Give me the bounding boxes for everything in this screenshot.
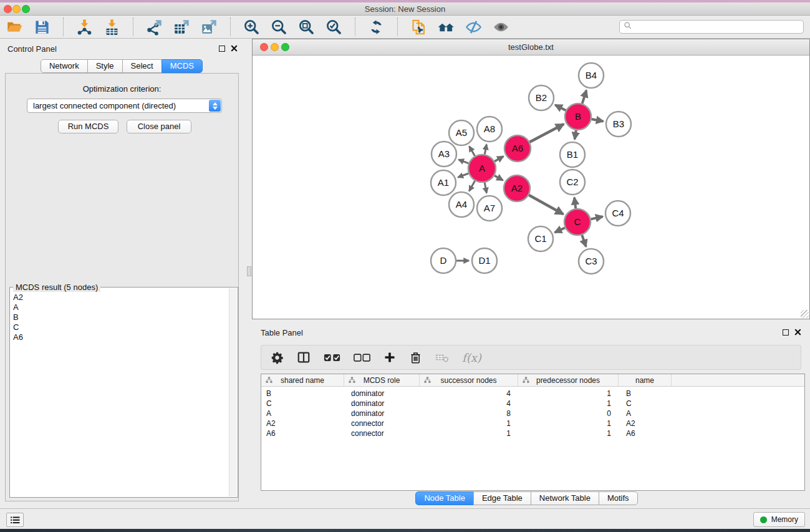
minimize-window-button[interactable] — [12, 5, 21, 13]
graph-node-A7[interactable]: A7 — [477, 196, 502, 221]
graph-node-A[interactable]: A — [468, 155, 496, 182]
edge-A-A5[interactable] — [470, 147, 475, 157]
hide-eye-icon[interactable] — [465, 19, 482, 36]
edge-B-B1[interactable] — [575, 130, 576, 140]
graph-node-B[interactable]: B — [565, 104, 591, 130]
export-network-icon[interactable] — [146, 19, 163, 36]
edge-A-A4[interactable] — [469, 181, 475, 191]
graph-node-A3[interactable]: A3 — [432, 142, 456, 167]
column-header-shared-name[interactable]: shared name — [261, 374, 344, 386]
graph-node-A4[interactable]: A4 — [449, 192, 474, 217]
refresh-icon[interactable] — [368, 19, 385, 36]
column-header-name[interactable]: name — [619, 374, 672, 386]
graph-node-C4[interactable]: C4 — [605, 201, 630, 226]
export-table-icon[interactable] — [173, 19, 190, 36]
graph-node-B4[interactable]: B4 — [579, 63, 604, 88]
resize-grip-icon[interactable] — [801, 310, 809, 318]
mcds-result-item[interactable]: B — [11, 312, 228, 322]
zoom-window-button[interactable] — [22, 5, 30, 13]
import-table-icon[interactable] — [104, 19, 120, 36]
zoom-fit-icon[interactable] — [298, 19, 315, 36]
add-column-icon[interactable] — [383, 351, 396, 364]
task-history-button[interactable] — [6, 513, 24, 527]
close-panel-icon[interactable] — [231, 45, 238, 52]
tab-network-table[interactable]: Network Table — [531, 491, 599, 505]
graph-node-D[interactable]: D — [431, 248, 456, 273]
zoom-in-icon[interactable] — [243, 19, 260, 36]
edge-A2-C[interactable] — [529, 195, 563, 215]
tab-motifs[interactable]: Motifs — [599, 491, 638, 505]
home-icon[interactable] — [438, 19, 455, 36]
column-header-successor-nodes[interactable]: successor nodes — [420, 374, 518, 386]
network-canvas[interactable]: B4B2BB3A5A8A6A3AB1A1C2A2A4A7CC4C1C3DD1 — [253, 56, 809, 319]
graph-node-C3[interactable]: C3 — [579, 249, 604, 274]
close-panel-button[interactable]: Close panel — [127, 120, 191, 133]
tab-mcds[interactable]: MCDS — [162, 59, 203, 73]
deselect-all-icon[interactable] — [354, 353, 370, 362]
select-all-icon[interactable] — [324, 353, 340, 362]
close-table-panel-icon[interactable] — [794, 329, 801, 336]
graph-node-C2[interactable]: C2 — [560, 170, 585, 195]
close-window-button[interactable] — [4, 5, 12, 13]
edge-C-C3[interactable] — [582, 235, 586, 247]
close-network-window-button[interactable] — [260, 43, 268, 51]
gear-icon[interactable] — [271, 351, 284, 364]
graph-node-B1[interactable]: B1 — [560, 142, 585, 167]
column-header-mcds-role[interactable]: MCDS role — [344, 374, 420, 386]
run-mcds-button[interactable]: Run MCDS — [58, 120, 118, 133]
zoom-network-window-button[interactable] — [281, 43, 289, 51]
edge-A-A1[interactable] — [458, 173, 468, 177]
edge-A-A7[interactable] — [485, 183, 486, 193]
tab-style[interactable]: Style — [87, 59, 123, 73]
split-view-icon[interactable] — [297, 351, 311, 364]
mcds-result-item[interactable]: A2 — [11, 293, 228, 302]
zoom-out-icon[interactable] — [271, 19, 287, 36]
edge-B-B4[interactable] — [582, 90, 587, 104]
vertical-splitter-handle[interactable] — [247, 266, 251, 276]
result-scrollbar[interactable] — [229, 288, 237, 496]
edge-A6-B[interactable] — [530, 124, 564, 142]
table-row[interactable]: A2connector11A2 — [261, 418, 804, 428]
float-table-panel-icon[interactable] — [783, 329, 789, 336]
memory-button[interactable]: Memory — [753, 512, 805, 527]
export-image-icon[interactable] — [201, 19, 218, 36]
edge-C-C1[interactable] — [555, 228, 565, 232]
search-box[interactable] — [619, 20, 804, 34]
table-row[interactable]: Cdominator41C — [261, 399, 804, 409]
search-input[interactable] — [635, 22, 799, 31]
eye-icon[interactable] — [493, 19, 509, 36]
edge-C-C2[interactable] — [574, 198, 576, 208]
graph-node-A8[interactable]: A8 — [477, 117, 502, 142]
graph-node-B3[interactable]: B3 — [606, 112, 631, 137]
edge-A-A3[interactable] — [458, 160, 468, 163]
column-header-predecessor-nodes[interactable]: predecessor nodes — [518, 374, 619, 386]
tab-select[interactable]: Select — [122, 59, 162, 73]
table-row[interactable]: Bdominator41B — [261, 389, 804, 399]
edge-A-A8[interactable] — [485, 145, 486, 155]
edge-A-A6[interactable] — [494, 157, 503, 162]
table-row[interactable]: A6connector11A6 — [261, 428, 804, 438]
tab-node-table[interactable]: Node Table — [415, 491, 474, 505]
graph-node-A6[interactable]: A6 — [504, 135, 531, 162]
table-row[interactable]: Adominator80A — [261, 409, 804, 418]
edge-B-B3[interactable] — [592, 119, 604, 122]
network-window-titlebar[interactable]: testGlobe.txt — [253, 39, 809, 56]
mcds-result-item[interactable]: C — [11, 322, 228, 332]
graph-node-A5[interactable]: A5 — [449, 120, 474, 145]
trash-icon[interactable] — [409, 351, 422, 364]
mcds-result-item[interactable]: A6 — [11, 332, 228, 342]
open-folder-icon[interactable] — [6, 19, 23, 36]
save-icon[interactable] — [34, 19, 51, 36]
edge-C-C4[interactable] — [591, 216, 603, 219]
criterion-select[interactable]: largest connected component (directed) — [27, 99, 222, 113]
edge-A-A2[interactable] — [494, 175, 503, 180]
import-network-icon[interactable] — [76, 19, 93, 36]
zoom-selected-icon[interactable] — [325, 19, 342, 36]
graph-node-A2[interactable]: A2 — [504, 175, 530, 201]
graph-node-A1[interactable]: A1 — [431, 170, 456, 195]
graph-node-B2[interactable]: B2 — [529, 85, 554, 110]
graph-node-D1[interactable]: D1 — [472, 248, 497, 273]
minimize-network-window-button[interactable] — [271, 43, 279, 51]
edge-B-B2[interactable] — [555, 105, 566, 110]
duplicate-network-icon[interactable] — [410, 19, 427, 36]
